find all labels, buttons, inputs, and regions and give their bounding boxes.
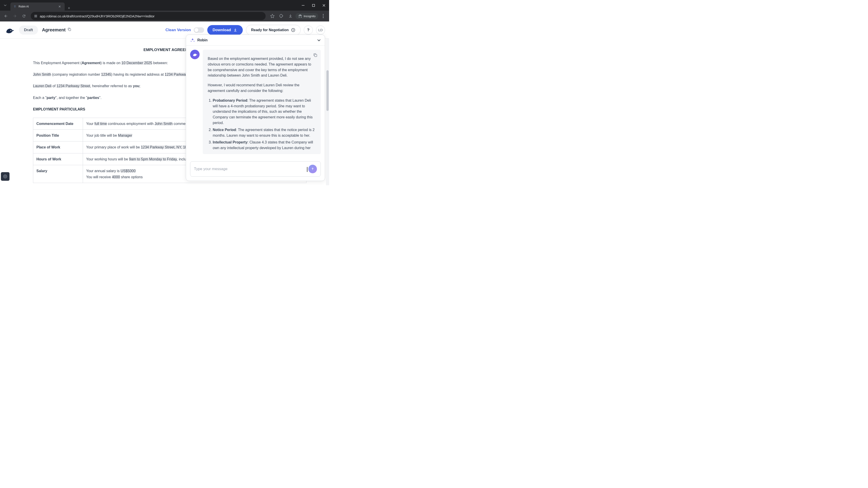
incognito-label: Incognito xyxy=(304,14,315,18)
ready-for-negotiation-button[interactable]: Ready for Negotiation xyxy=(246,25,301,35)
toggle-switch[interactable] xyxy=(194,27,204,33)
svg-point-12 xyxy=(4,176,6,177)
browser-tab[interactable]: Robin AI ✕ xyxy=(10,2,65,11)
chat-collapse-button[interactable] xyxy=(317,38,321,42)
user-avatar[interactable]: LD xyxy=(316,26,325,35)
chat-message: Based on the employment agreement provid… xyxy=(203,50,321,154)
clean-version-toggle[interactable]: Clean Version xyxy=(165,27,204,33)
download-button[interactable]: Download xyxy=(207,25,243,35)
forward-button[interactable] xyxy=(11,12,19,20)
svg-rect-4 xyxy=(34,17,37,17)
document-title: Agreement xyxy=(42,27,71,33)
floating-help-button[interactable] xyxy=(1,172,9,181)
draft-chip[interactable]: Draft xyxy=(19,26,38,35)
svg-point-6 xyxy=(323,15,324,17)
app-logo[interactable] xyxy=(4,25,15,35)
tab-favicon-icon xyxy=(13,5,17,8)
assistant-avatar xyxy=(190,50,199,59)
browser-toolbar: app.robinai.co.uk/draft/contract/Q29udHJ… xyxy=(0,11,329,22)
chat-input-container xyxy=(190,161,321,177)
site-settings-icon[interactable] xyxy=(34,14,37,18)
url-text: app.robinai.co.uk/draft/contract/Q29udHJ… xyxy=(40,14,155,18)
tab-close-icon[interactable]: ✕ xyxy=(57,4,62,9)
svg-rect-0 xyxy=(302,5,305,6)
main-scrollbar[interactable] xyxy=(326,39,329,185)
chat-panel: Robin Based on the employment agreement … xyxy=(186,35,325,181)
scrollbar-thumb[interactable] xyxy=(327,70,329,111)
new-tab-button[interactable]: + xyxy=(65,6,73,11)
svg-point-9 xyxy=(291,28,295,32)
window-minimize-button[interactable] xyxy=(298,0,308,11)
help-button[interactable]: ? xyxy=(304,26,313,35)
svg-rect-8 xyxy=(69,29,71,31)
back-button[interactable] xyxy=(2,12,10,20)
send-button[interactable] xyxy=(308,165,317,173)
chat-input[interactable] xyxy=(194,167,306,171)
bookmark-icon[interactable] xyxy=(268,12,276,20)
list-item: Notice Period: The agreement states that… xyxy=(213,127,316,138)
incognito-badge[interactable]: Incognito xyxy=(296,13,318,19)
svg-rect-2 xyxy=(34,15,37,15)
list-item: Probationary Period: The agreement state… xyxy=(213,98,316,126)
svg-rect-3 xyxy=(34,16,37,16)
chat-header: Robin xyxy=(186,35,325,46)
svg-rect-10 xyxy=(315,55,317,57)
copy-message-icon[interactable] xyxy=(313,53,318,59)
chat-title-text: Robin xyxy=(197,38,208,42)
browser-menu-icon[interactable] xyxy=(319,12,327,20)
arrow-right-circle-icon xyxy=(291,28,296,32)
chat-body[interactable]: Based on the employment agreement provid… xyxy=(186,46,325,158)
sparkle-icon xyxy=(190,38,195,43)
svg-rect-1 xyxy=(312,4,315,6)
list-item: Intellectual Property: Clause 4.3 states… xyxy=(213,140,316,151)
browser-tab-strip: Robin AI ✕ + xyxy=(0,0,329,11)
text-cursor xyxy=(307,167,307,172)
incognito-icon xyxy=(298,14,302,18)
extensions-icon[interactable] xyxy=(277,12,285,20)
reload-button[interactable] xyxy=(20,12,28,20)
address-bar[interactable]: app.robinai.co.uk/draft/contract/Q29udHJ… xyxy=(31,12,266,20)
tab-title: Robin AI xyxy=(19,5,56,8)
main-area: EMPLOYMENT AGREEMENT This Employment Agr… xyxy=(0,39,329,185)
copy-doc-icon[interactable] xyxy=(67,27,71,33)
window-maximize-button[interactable] xyxy=(308,0,319,11)
svg-point-5 xyxy=(323,14,324,15)
tab-search-dropdown[interactable] xyxy=(0,0,10,11)
downloads-icon[interactable] xyxy=(286,12,294,20)
download-icon xyxy=(233,28,237,32)
window-close-button[interactable] xyxy=(319,0,329,11)
svg-point-11 xyxy=(4,175,7,178)
svg-point-7 xyxy=(323,17,324,18)
